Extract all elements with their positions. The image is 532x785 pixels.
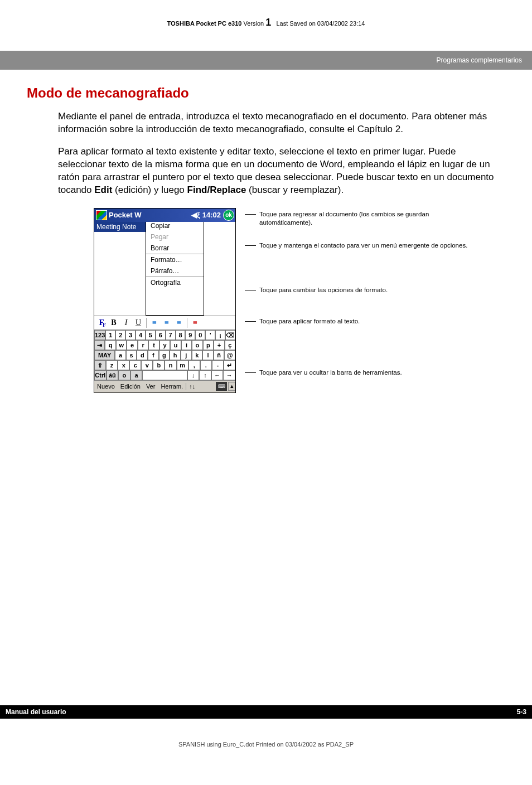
p2-d: (buscar y reemplazar). (246, 185, 344, 195)
menu-ortografia[interactable]: Ortografía (146, 277, 204, 288)
key-tab[interactable]: ⇥ (94, 340, 105, 350)
key-5[interactable]: 5 (146, 330, 156, 340)
key-accents[interactable]: áü (107, 370, 119, 380)
key-comma[interactable]: , (188, 360, 200, 370)
section-banner-text: Programas complementarios (437, 56, 522, 64)
menu-pegar[interactable]: Pegar (146, 231, 204, 243)
key-h[interactable]: h (170, 350, 181, 360)
menu-parrafo[interactable]: Párrafo… (146, 265, 204, 277)
key-2[interactable]: 2 (115, 330, 125, 340)
callout-format: Toque para aplicar formato al texto. (245, 317, 360, 326)
key-ordf[interactable]: a (130, 370, 143, 380)
bold-button[interactable]: B (108, 317, 119, 328)
key-backspace[interactable]: ⌫ (225, 330, 235, 340)
key-right[interactable]: → (223, 370, 235, 380)
key-3[interactable]: 3 (125, 330, 136, 340)
callout-ok-text: Toque para regresar al documento (los ca… (259, 210, 479, 227)
ok-label: ok (225, 212, 232, 218)
key-n[interactable]: n (165, 360, 176, 370)
footer-left: Manual del usuario (6, 708, 66, 716)
key-e[interactable]: e (127, 340, 137, 350)
key-g[interactable]: g (159, 350, 170, 360)
underline-button[interactable]: U (133, 317, 144, 328)
key-6[interactable]: 6 (156, 330, 166, 340)
key-r[interactable]: r (138, 340, 148, 350)
key-enter[interactable]: ↵ (224, 360, 235, 370)
key-4[interactable]: 4 (136, 330, 146, 340)
key-w[interactable]: w (116, 340, 127, 350)
key-b[interactable]: b (153, 360, 165, 370)
key-ord[interactable]: o (118, 370, 130, 380)
key-l[interactable]: l (202, 350, 214, 360)
key-x[interactable]: x (118, 360, 129, 370)
key-p[interactable]: p (203, 340, 214, 350)
menu-edicion[interactable]: Edición (118, 383, 143, 390)
key-f[interactable]: f (148, 350, 159, 360)
start-flag-icon[interactable] (96, 210, 107, 220)
callout-format-opts-text: Toque para cambiar las opciones de forma… (259, 286, 388, 295)
key-plus[interactable]: + (214, 340, 224, 350)
key-dash[interactable]: - (212, 360, 224, 370)
key-a[interactable]: a (115, 350, 126, 360)
sip-toggle[interactable]: ↑↓ (186, 383, 198, 390)
key-ntilde[interactable]: ñ (214, 350, 225, 360)
bullet-list-button[interactable]: ≡ (190, 317, 201, 328)
key-7[interactable]: 7 (166, 330, 176, 340)
version-label: Version (243, 20, 264, 27)
keyboard-icon[interactable]: ⌨ (216, 382, 227, 391)
sip-up-arrow[interactable]: ▴ (228, 382, 235, 391)
key-j[interactable]: j (181, 350, 192, 360)
menu-formato[interactable]: Formato… (146, 254, 204, 265)
key-up[interactable]: ↑ (199, 370, 211, 380)
key-z[interactable]: z (106, 360, 118, 370)
key-9[interactable]: 9 (185, 330, 195, 340)
ok-button[interactable]: ok (223, 210, 234, 221)
key-caps[interactable]: MAY (94, 350, 115, 360)
menu-herram[interactable]: Herram. (158, 383, 186, 390)
key-8[interactable]: 8 (176, 330, 186, 340)
key-c[interactable]: c (129, 360, 141, 370)
font-picker-button[interactable]: F F (96, 317, 107, 328)
key-period[interactable]: . (200, 360, 212, 370)
key-1[interactable]: 1 (105, 330, 115, 340)
document-area[interactable] (94, 232, 146, 316)
key-u[interactable]: u (170, 340, 181, 350)
menu-ver[interactable]: Ver (143, 383, 158, 390)
key-t[interactable]: t (148, 340, 159, 350)
key-q[interactable]: q (105, 340, 115, 350)
key-y[interactable]: y (159, 340, 170, 350)
align-left-button[interactable]: ≡ (149, 317, 160, 328)
key-ccedil[interactable]: ç (225, 340, 235, 350)
key-k[interactable]: k (192, 350, 203, 360)
align-right-button[interactable]: ≡ (173, 317, 185, 328)
kbd-row-4: ⇧ z x c v b n m , . - ↵ (94, 360, 235, 370)
align-center-button[interactable]: ≡ (161, 317, 172, 328)
key-o[interactable]: o (192, 340, 202, 350)
key-ctrl[interactable]: Ctrl (94, 370, 107, 380)
key-down[interactable]: ↓ (187, 370, 200, 380)
paragraph-1: Mediante el panel de entrada, introduzca… (58, 110, 500, 136)
menu-copiar[interactable]: Copiar (146, 220, 204, 231)
key-s[interactable]: s (126, 350, 137, 360)
key-i[interactable]: i (181, 340, 192, 350)
print-footer: SPANISH using Euro_C.dot Printed on 03/0… (27, 741, 505, 748)
italic-button[interactable]: I (120, 317, 132, 328)
format-toolbar: F F B I U ≡ ≡ ≡ ≡ (94, 316, 235, 330)
menu-nuevo[interactable]: Nuevo (94, 383, 118, 390)
key-left[interactable]: ← (211, 370, 224, 380)
key-v[interactable]: v (141, 360, 153, 370)
key-123[interactable]: 123 (94, 330, 105, 340)
key-d[interactable]: d (137, 350, 148, 360)
menu-borrar[interactable]: Borrar (146, 243, 204, 254)
key-iexcl[interactable]: ¡ (215, 330, 225, 340)
callouts: Toque para regresar al documento (los ca… (245, 208, 479, 381)
speaker-icon[interactable]: ◀ξ (191, 211, 200, 219)
key-at[interactable]: @ (224, 350, 235, 360)
callout-format-opts: Toque para cambiar las opciones de forma… (245, 286, 388, 295)
key-0[interactable]: 0 (195, 330, 205, 340)
key-apos[interactable]: ' (205, 330, 215, 340)
callout-ok: Toque para regresar al documento (los ca… (245, 210, 479, 227)
key-m[interactable]: m (177, 360, 188, 370)
key-space[interactable] (142, 370, 187, 380)
key-shift[interactable]: ⇧ (94, 360, 106, 370)
